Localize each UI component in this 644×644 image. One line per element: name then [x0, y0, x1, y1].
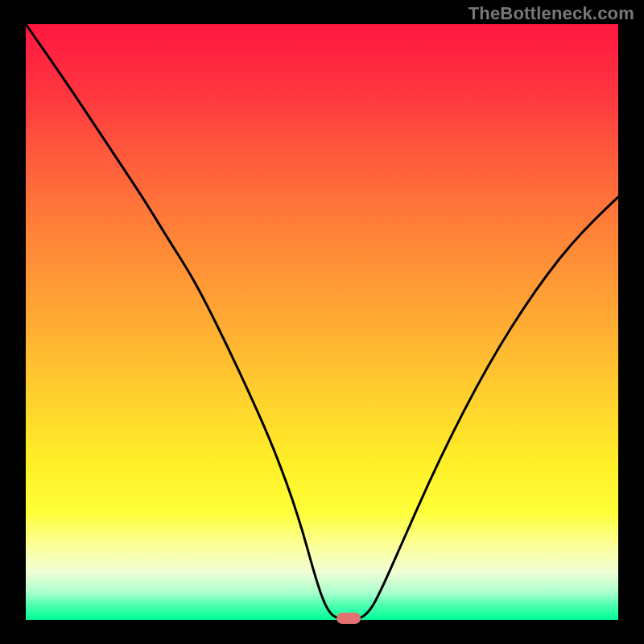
bottleneck-chart-svg	[0, 0, 644, 644]
chart-frame: { "watermark": "TheBottleneck.com", "plo…	[0, 0, 644, 644]
watermark-text: TheBottleneck.com	[469, 3, 634, 24]
optimum-marker	[336, 613, 361, 624]
plot-background	[26, 24, 618, 620]
